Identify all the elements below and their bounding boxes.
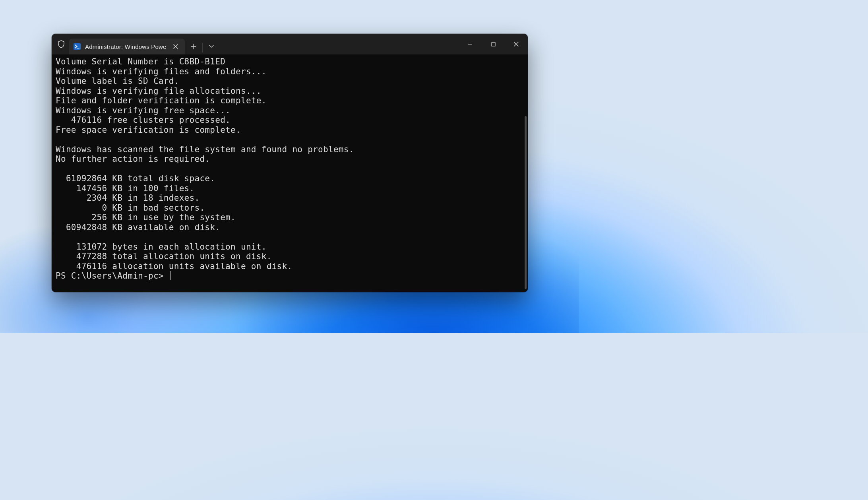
minimize-icon (467, 41, 473, 47)
plus-icon (191, 44, 196, 49)
new-tab-button[interactable] (185, 39, 202, 54)
terminal-output: Volume Serial Number is C8BD-B1ED Window… (56, 57, 522, 281)
shield-icon (55, 36, 68, 52)
minimize-button[interactable] (459, 35, 482, 54)
maximize-icon (491, 42, 496, 47)
svg-rect-3 (492, 43, 495, 46)
tab-powershell[interactable]: Administrator: Windows Powe (69, 39, 185, 54)
terminal-viewport[interactable]: Volume Serial Number is C8BD-B1ED Window… (52, 54, 528, 292)
powershell-icon (73, 43, 81, 50)
scrollbar-thumb[interactable] (525, 116, 527, 289)
tab-close-button[interactable] (170, 41, 181, 52)
close-icon (513, 41, 519, 47)
close-icon (173, 44, 178, 49)
terminal-cursor (170, 271, 170, 280)
tab-label: Administrator: Windows Powe (85, 43, 167, 50)
terminal-window: Administrator: Windows Powe (52, 34, 528, 292)
titlebar[interactable]: Administrator: Windows Powe (52, 34, 528, 54)
tab-dropdown-button[interactable] (203, 39, 220, 54)
chevron-down-icon (209, 45, 214, 48)
window-close-button[interactable] (505, 35, 528, 54)
maximize-button[interactable] (482, 35, 505, 54)
